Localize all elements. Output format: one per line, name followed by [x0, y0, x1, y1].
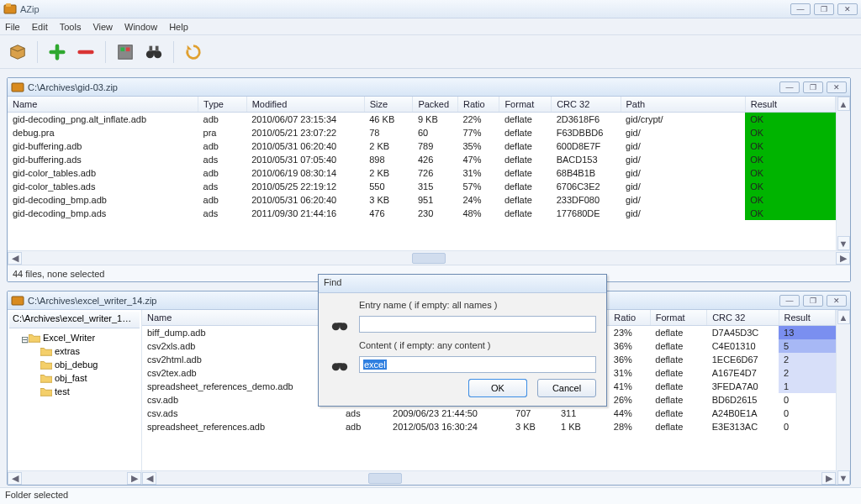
col-header[interactable]: Ratio — [609, 310, 650, 326]
binoculars-icon — [329, 315, 351, 333]
menu-help[interactable]: Help — [169, 22, 188, 32]
remove-button[interactable] — [73, 39, 98, 65]
col-header[interactable]: Modified — [246, 97, 364, 113]
table-row[interactable]: debug.prapra2010/05/21 23:07:22786077%de… — [8, 126, 836, 139]
archive-1-status: 44 files, none selected — [13, 269, 104, 279]
archive-test-icon — [116, 43, 135, 61]
col-header[interactable]: CRC 32 — [707, 310, 779, 326]
menubar: File Edit Tools View Window Help — [0, 18, 861, 35]
table-row[interactable]: gid-decoding_png.alt_inflate.adbadb2010/… — [8, 113, 836, 127]
archive-window-1: C:\Archives\gid-03.zip — ❐ ✕ NameTypeMod… — [7, 77, 851, 282]
col-header[interactable]: Name — [142, 310, 341, 326]
binoculars-icon — [329, 355, 351, 374]
refresh-button[interactable] — [181, 39, 206, 65]
menu-file[interactable]: File — [5, 22, 20, 32]
archive-icon — [11, 294, 24, 307]
svg-rect-17 — [337, 363, 342, 366]
menu-tools[interactable]: Tools — [60, 22, 82, 32]
folder-tree[interactable]: C:\Archives\excel_writer_1… ⊟Excel_Write… — [8, 310, 142, 485]
test-button[interactable] — [113, 39, 138, 65]
toolbar — [0, 35, 861, 69]
col-header[interactable]: CRC 32 — [552, 97, 621, 113]
file-table-1[interactable]: NameTypeModifiedSizePackedRatioFormatCRC… — [8, 97, 836, 220]
svg-rect-11 — [12, 297, 24, 305]
svg-rect-8 — [150, 45, 153, 50]
find-dialog-title: Find — [319, 275, 606, 293]
archive-icon — [11, 81, 24, 94]
table-row[interactable]: gid-buffering.adbadb2010/05/31 06:20:402… — [8, 139, 836, 153]
entry-name-label: Entry name ( if empty: all names ) — [359, 300, 497, 310]
minus-icon — [77, 43, 95, 61]
refresh-icon — [184, 43, 203, 61]
svg-rect-7 — [151, 50, 156, 54]
archive-window-1-title: C:\Archives\gid-03.zip — [28, 82, 779, 92]
table-row[interactable]: gid-buffering.adsads2010/05/31 07:05:408… — [8, 153, 836, 166]
child1-minimize[interactable]: — — [779, 81, 800, 93]
tree-node[interactable]: test — [40, 386, 70, 396]
tree-hscrollbar[interactable]: ◀▶ — [8, 470, 142, 485]
menu-window[interactable]: Window — [124, 22, 157, 32]
tree-node[interactable]: obj_debug — [40, 360, 98, 370]
tree-title: C:\Archives\excel_writer_1… — [9, 312, 140, 328]
find-dialog: Find Entry name ( if empty: all names ) … — [318, 274, 607, 407]
child2-maximize[interactable]: ❐ — [803, 295, 823, 307]
menu-edit[interactable]: Edit — [32, 22, 48, 32]
maximize-button[interactable]: ❐ — [814, 3, 834, 15]
child1-close[interactable]: ✕ — [827, 81, 847, 93]
tree-node[interactable]: extras — [40, 346, 80, 356]
svg-rect-1 — [6, 3, 11, 7]
app-icon — [3, 3, 17, 16]
open-archive-button[interactable] — [5, 39, 30, 65]
content-label: Content ( if empty: any content ) — [359, 340, 491, 350]
vscrollbar[interactable]: ▲▼ — [836, 97, 850, 250]
table-row[interactable]: gid-color_tables.adsads2010/05/25 22:19:… — [8, 180, 836, 193]
folder-icon — [29, 333, 40, 343]
col-header[interactable]: Format — [650, 310, 706, 326]
ok-button[interactable]: OK — [468, 379, 527, 397]
child2-close[interactable]: ✕ — [827, 295, 847, 307]
vscrollbar-2[interactable]: ▲▼ — [836, 310, 850, 485]
col-header[interactable]: Ratio — [457, 97, 499, 113]
app-title: AZip — [20, 4, 790, 14]
tree-root[interactable]: Excel_Writer — [43, 333, 95, 343]
hscrollbar[interactable]: ◀▶ — [8, 250, 850, 265]
add-button[interactable] — [45, 39, 70, 65]
tree-node[interactable]: obj_fast — [40, 373, 87, 383]
svg-rect-2 — [119, 45, 133, 59]
menu-view[interactable]: View — [92, 22, 113, 32]
table-row[interactable]: spreadsheet_references.adbadb2012/05/03 … — [142, 420, 836, 433]
content-input[interactable]: excel — [359, 356, 596, 373]
table-row[interactable]: csv.adsads2009/06/23 21:44:5070731144%de… — [142, 407, 836, 420]
col-header[interactable]: Packed — [413, 97, 458, 113]
minimize-button[interactable]: — — [790, 3, 811, 15]
app-status-text: Folder selected — [5, 490, 68, 500]
col-header[interactable]: Result — [779, 310, 835, 326]
svg-rect-10 — [12, 83, 24, 92]
col-header[interactable]: Name — [8, 97, 198, 113]
cancel-button[interactable]: Cancel — [537, 379, 596, 397]
plus-icon — [48, 43, 66, 61]
svg-rect-14 — [337, 323, 342, 326]
table-row[interactable]: gid-color_tables.adbadb2010/06/19 08:30:… — [8, 166, 836, 180]
col-header[interactable]: Size — [364, 97, 413, 113]
box-icon — [8, 43, 27, 61]
child1-maximize[interactable]: ❐ — [803, 81, 823, 93]
table-row[interactable]: gid-decoding_bmp.adbadb2010/05/31 06:20:… — [8, 193, 836, 207]
table-row[interactable]: gid-decoding_bmp.adsads2011/09/30 21:44:… — [8, 207, 836, 220]
close-button[interactable]: ✕ — [837, 3, 858, 15]
binoculars-icon — [145, 43, 163, 61]
svg-rect-4 — [126, 47, 130, 51]
col-header[interactable]: Format — [499, 97, 552, 113]
hscrollbar-2[interactable]: ◀▶ — [142, 470, 836, 485]
app-titlebar: AZip — ❐ ✕ — [0, 0, 861, 18]
svg-rect-3 — [121, 47, 125, 51]
col-header[interactable]: Result — [745, 97, 835, 113]
entry-name-input[interactable] — [359, 316, 596, 333]
child2-minimize[interactable]: — — [779, 295, 800, 307]
col-header[interactable]: Path — [621, 97, 745, 113]
app-statusbar: Folder selected — [0, 487, 861, 504]
col-header[interactable]: Type — [198, 97, 247, 113]
svg-rect-9 — [156, 45, 159, 50]
find-button[interactable] — [141, 39, 166, 65]
